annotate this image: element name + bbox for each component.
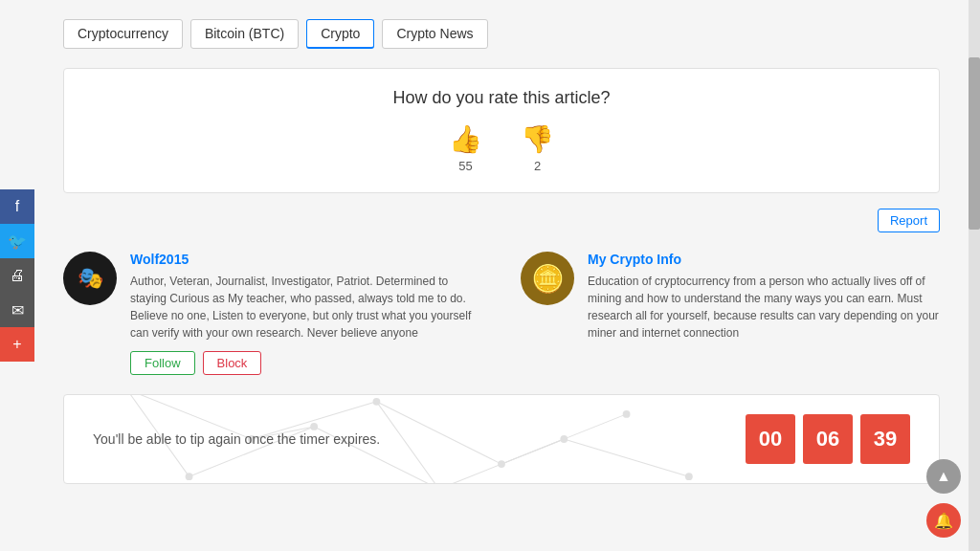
facebook-button[interactable]: f	[0, 189, 34, 224]
timer-hours: 00	[746, 414, 795, 464]
svg-point-20	[560, 435, 568, 443]
svg-line-7	[564, 439, 689, 476]
timer-minutes: 06	[803, 414, 853, 464]
print-icon: 🖨	[10, 267, 25, 284]
thumbs-down-button[interactable]: 👎 2	[521, 123, 554, 173]
chevron-up-icon: ▲	[936, 468, 951, 485]
authors-row: 🎭 Wolf2015 Author, Veteran, Journalist, …	[63, 252, 940, 375]
report-button[interactable]: Report	[878, 209, 940, 232]
share-more-button[interactable]: +	[0, 327, 34, 362]
author-bio-wolf2015: Author, Veteran, Journalist, Investigato…	[130, 273, 482, 342]
author-card-wolf2015: 🎭 Wolf2015 Author, Veteran, Journalist, …	[63, 252, 482, 375]
report-row: Report	[63, 209, 940, 232]
svg-line-10	[376, 402, 438, 483]
svg-point-17	[186, 473, 193, 480]
bell-icon: 🔔	[934, 512, 953, 530]
author-name-wolf2015[interactable]: Wolf2015	[130, 252, 482, 267]
timer-section: You'll be able to tip again once the tim…	[63, 394, 940, 484]
thumbs-up-button[interactable]: 👍 55	[449, 123, 482, 173]
tag-crypto-news[interactable]: Crypto News	[382, 19, 487, 49]
coin-icon: 🪙	[531, 263, 565, 295]
avatar-wolf2015: 🎭	[63, 252, 117, 305]
author-info-wolf2015: Wolf2015 Author, Veteran, Journalist, In…	[130, 252, 482, 375]
tag-cryptocurrency[interactable]: Cryptocurrency	[63, 19, 183, 49]
tags-row: Cryptocurrency Bitcoin (BTC) Crypto Cryp…	[63, 19, 940, 49]
author-info-mycryptoinfo: My Crypto Info Education of cryptocurren…	[588, 252, 940, 375]
twitter-button[interactable]: 🐦	[0, 224, 34, 258]
email-button[interactable]: ✉	[0, 293, 34, 327]
author-actions-wolf2015: Follow Block	[130, 351, 482, 375]
author-card-mycryptoinfo: 🪙 My Crypto Info Education of cryptocurr…	[521, 252, 940, 375]
twitter-icon: 🐦	[8, 232, 27, 251]
avatar-mycryptoinfo: 🪙	[521, 252, 574, 305]
social-sidebar: f 🐦 🖨 ✉ +	[0, 189, 34, 362]
thumbs-up-icon: 👍	[449, 123, 482, 155]
scrollbar[interactable]	[969, 0, 980, 551]
rating-title: How do you rate this article?	[83, 88, 920, 108]
thumbs-up-count: 55	[458, 159, 472, 173]
thumbs-down-icon: 👎	[521, 123, 554, 155]
facebook-icon: f	[15, 198, 19, 215]
svg-point-21	[685, 473, 693, 480]
thumbs-down-count: 2	[534, 159, 541, 173]
svg-point-18	[310, 423, 318, 430]
svg-point-14	[373, 398, 381, 406]
print-button[interactable]: 🖨	[0, 258, 34, 293]
email-icon: ✉	[11, 301, 24, 320]
rating-buttons: 👍 55 👎 2	[83, 123, 920, 173]
timer-text: You'll be able to tip again once the tim…	[93, 431, 380, 447]
svg-line-11	[501, 439, 564, 464]
timer-seconds: 39	[860, 414, 910, 464]
svg-line-2	[376, 402, 501, 464]
author-bio-mycryptoinfo: Education of cryptocurrency from a perso…	[588, 273, 940, 342]
author-name-mycryptoinfo[interactable]: My Crypto Info	[588, 252, 940, 267]
svg-point-15	[498, 460, 505, 468]
timer-digits: 00 06 39	[746, 414, 910, 464]
main-content: Cryptocurrency Bitcoin (BTC) Crypto Cryp…	[34, 0, 969, 551]
scrollbar-thumb[interactable]	[969, 57, 980, 230]
scroll-up-button[interactable]: ▲	[926, 459, 961, 494]
follow-button[interactable]: Follow	[130, 351, 195, 375]
mask-icon: 🎭	[78, 266, 103, 291]
notification-button[interactable]: 🔔	[926, 503, 961, 538]
svg-point-16	[623, 410, 631, 418]
tag-bitcoin[interactable]: Bitcoin (BTC)	[190, 19, 299, 49]
plus-icon: +	[12, 336, 21, 353]
block-button[interactable]: Block	[203, 351, 262, 375]
rating-box: How do you rate this article? 👍 55 👎 2	[63, 68, 940, 193]
tag-crypto[interactable]: Crypto	[306, 19, 374, 49]
